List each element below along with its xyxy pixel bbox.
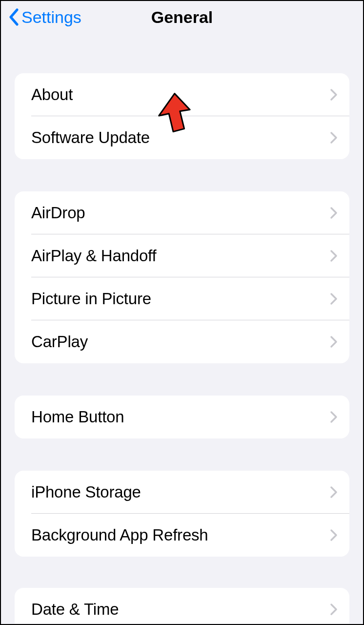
chevron-right-icon bbox=[330, 292, 338, 305]
settings-group-date: Date & Time bbox=[15, 588, 349, 624]
chevron-right-icon bbox=[330, 250, 338, 262]
row-picture-in-picture[interactable]: Picture in Picture bbox=[15, 277, 349, 320]
row-label: Software Update bbox=[31, 128, 150, 147]
chevron-right-icon bbox=[330, 88, 338, 101]
settings-content: About Software Update AirDrop AirPlay & … bbox=[1, 35, 363, 624]
chevron-right-icon bbox=[330, 529, 338, 542]
settings-group-storage: iPhone Storage Background App Refresh bbox=[15, 471, 349, 557]
row-about[interactable]: About bbox=[15, 73, 349, 116]
settings-group-home: Home Button bbox=[15, 396, 349, 438]
row-label: Background App Refresh bbox=[31, 526, 208, 544]
navigation-bar: Settings General bbox=[1, 1, 363, 35]
row-carplay[interactable]: CarPlay bbox=[15, 320, 349, 363]
back-label: Settings bbox=[21, 8, 81, 27]
row-background-app-refresh[interactable]: Background App Refresh bbox=[15, 514, 349, 557]
chevron-right-icon bbox=[330, 486, 338, 499]
chevron-right-icon bbox=[330, 131, 338, 144]
row-label: AirDrop bbox=[31, 204, 85, 222]
row-label: Home Button bbox=[31, 408, 124, 426]
row-airdrop[interactable]: AirDrop bbox=[15, 191, 349, 234]
row-software-update[interactable]: Software Update bbox=[15, 116, 349, 159]
settings-group-about: About Software Update bbox=[15, 73, 349, 159]
row-label: Date & Time bbox=[31, 600, 119, 619]
chevron-right-icon bbox=[330, 207, 338, 219]
row-label: Picture in Picture bbox=[31, 290, 151, 308]
row-airplay-handoff[interactable]: AirPlay & Handoff bbox=[15, 234, 349, 277]
row-label: iPhone Storage bbox=[31, 483, 141, 501]
row-label: About bbox=[31, 85, 73, 104]
row-home-button[interactable]: Home Button bbox=[15, 396, 349, 438]
back-button[interactable]: Settings bbox=[9, 8, 81, 27]
row-label: CarPlay bbox=[31, 333, 88, 351]
chevron-right-icon bbox=[330, 411, 338, 423]
chevron-right-icon bbox=[330, 335, 338, 348]
row-label: AirPlay & Handoff bbox=[31, 247, 156, 265]
back-chevron-icon bbox=[9, 8, 20, 26]
row-iphone-storage[interactable]: iPhone Storage bbox=[15, 471, 349, 514]
row-date-time[interactable]: Date & Time bbox=[15, 588, 349, 624]
chevron-right-icon bbox=[330, 603, 338, 616]
settings-group-connect: AirDrop AirPlay & Handoff Picture in Pic… bbox=[15, 191, 349, 363]
